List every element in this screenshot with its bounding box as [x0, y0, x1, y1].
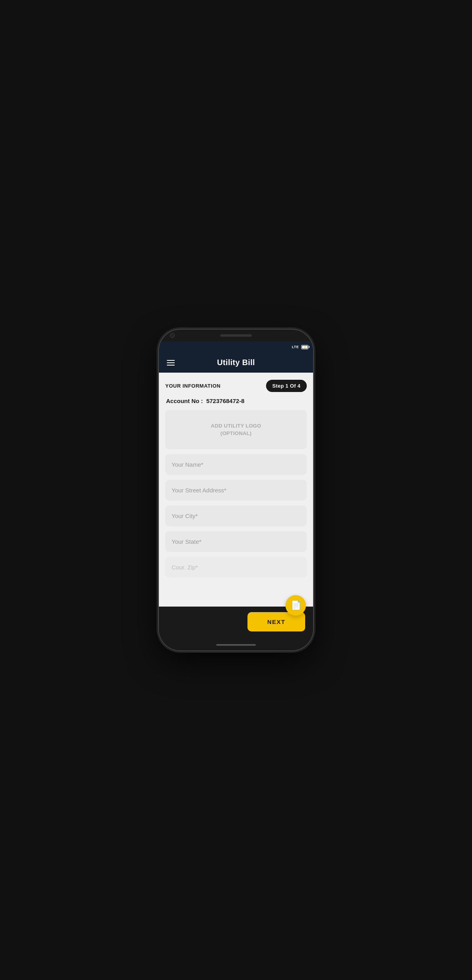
account-label: Account No : [166, 398, 203, 404]
street-address-input[interactable] [165, 480, 307, 501]
section-header: YOUR INFORMATION Step 1 Of 4 [159, 373, 313, 398]
state-input[interactable] [165, 531, 307, 552]
bottom-indicator [216, 644, 256, 646]
city-input[interactable] [165, 505, 307, 526]
step-badge: Step 1 Of 4 [266, 380, 307, 392]
fab-document-button[interactable]: 📄 [285, 595, 306, 616]
status-bar: LTE ⚡ [159, 341, 313, 352]
app-header: Utility Bill [159, 352, 313, 373]
phone-device: LTE ⚡ Utility Bill YOUR INFORMATION Step… [159, 330, 313, 650]
battery-bolt: ⚡ [303, 346, 307, 349]
account-number-row: Account No : 5723768472-8 [165, 398, 307, 404]
hamburger-button[interactable] [165, 358, 176, 367]
logo-upload-area[interactable]: ADD UTILITY LOGO (optional) [165, 410, 307, 449]
main-content: YOUR INFORMATION Step 1 Of 4 Account No … [159, 373, 313, 607]
name-input[interactable] [165, 454, 307, 475]
battery-icon: ⚡ [301, 345, 308, 349]
page-title: Utility Bill [217, 358, 255, 367]
logo-upload-text-line1: ADD UTILITY LOGO [211, 422, 261, 430]
section-label: YOUR INFORMATION [165, 383, 221, 389]
account-number-value: 5723768472-8 [206, 398, 245, 404]
hamburger-line-2 [167, 362, 175, 363]
phone-top-bar [159, 330, 313, 341]
document-icon: 📄 [291, 601, 301, 610]
lte-indicator: LTE [292, 345, 299, 349]
hamburger-line-1 [167, 360, 175, 361]
speaker [220, 334, 252, 337]
form-area: Account No : 5723768472-8 ADD UTILITY LO… [159, 398, 313, 578]
battery-fill: ⚡ [302, 346, 308, 349]
hamburger-line-3 [167, 365, 175, 366]
zip-input[interactable] [165, 557, 307, 578]
phone-bottom-bar [159, 639, 313, 650]
logo-upload-text-line2: (optional) [221, 430, 252, 437]
